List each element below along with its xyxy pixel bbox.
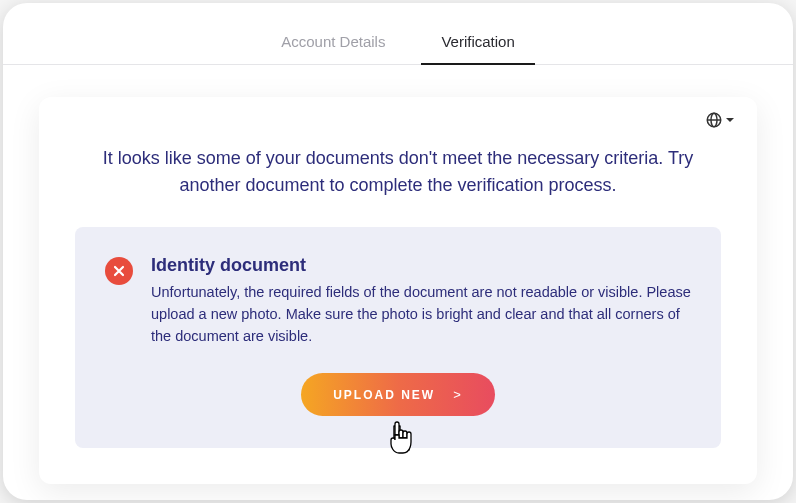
language-selector[interactable] xyxy=(705,111,735,129)
tab-verification[interactable]: Verification xyxy=(413,21,542,64)
verification-message: It looks like some of your documents don… xyxy=(83,145,713,199)
error-content: Identity document Unfortunately, the req… xyxy=(105,255,691,347)
upload-button-label: UPLOAD NEW xyxy=(333,388,435,402)
verification-window: Account Details Verification It looks li… xyxy=(3,3,793,500)
tab-bar: Account Details Verification xyxy=(3,3,793,65)
close-icon xyxy=(113,265,125,277)
globe-icon xyxy=(705,111,723,129)
error-title: Identity document xyxy=(151,255,691,276)
chevron-right-icon: > xyxy=(453,387,463,402)
upload-button-wrap: UPLOAD NEW > xyxy=(105,373,691,416)
error-icon xyxy=(105,257,133,285)
error-description: Unfortunately, the required fields of th… xyxy=(151,282,691,347)
caret-down-icon xyxy=(725,115,735,125)
error-panel: Identity document Unfortunately, the req… xyxy=(75,227,721,448)
upload-new-button[interactable]: UPLOAD NEW > xyxy=(301,373,495,416)
tab-account-details[interactable]: Account Details xyxy=(253,21,413,64)
verification-card: It looks like some of your documents don… xyxy=(39,97,757,484)
error-text: Identity document Unfortunately, the req… xyxy=(151,255,691,347)
